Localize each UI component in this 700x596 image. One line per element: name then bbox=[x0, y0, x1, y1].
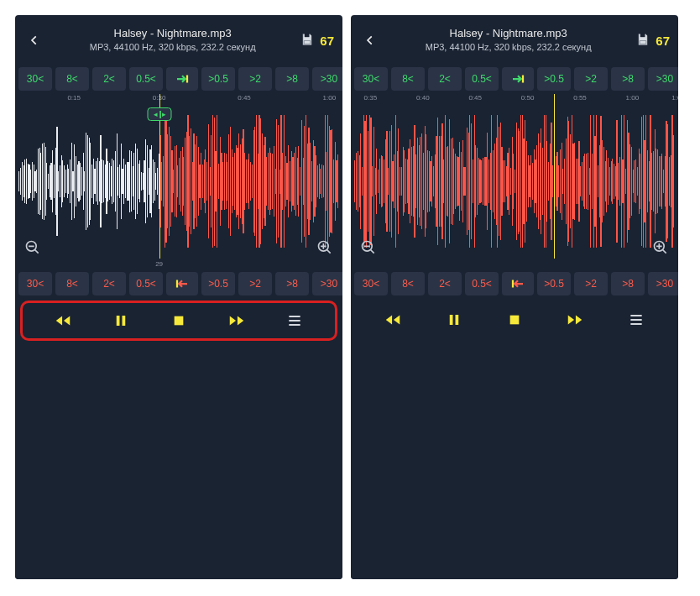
empty-space bbox=[15, 342, 342, 579]
zoom-out-button[interactable] bbox=[358, 237, 379, 259]
title-block: Halsey - Nightmare.mp3 MP3, 44100 Hz, 32… bbox=[381, 27, 635, 53]
transport-bar bbox=[351, 299, 678, 341]
seek-button[interactable]: 0.5< bbox=[129, 272, 163, 295]
back-button[interactable] bbox=[24, 29, 45, 51]
empty-space bbox=[351, 341, 678, 579]
seek-button[interactable]: 2< bbox=[92, 272, 126, 295]
save-area[interactable]: 67 bbox=[635, 32, 670, 50]
time-tick: 1:05 bbox=[671, 94, 678, 102]
file-title: Halsey - Nightmare.mp3 bbox=[381, 27, 635, 41]
seek-button[interactable]: >0.5 bbox=[537, 67, 571, 91]
file-subtitle: MP3, 44100 Hz, 320 kbps, 232.2 секунд bbox=[381, 41, 635, 53]
seek-button[interactable]: 8< bbox=[55, 272, 89, 295]
save-count: 67 bbox=[320, 34, 334, 48]
seek-button[interactable]: 2< bbox=[428, 67, 462, 91]
seek-row-top: 30<8<2<0.5<>0.5>2>8>30 bbox=[15, 65, 342, 94]
seek-button[interactable]: 0.5< bbox=[465, 67, 499, 91]
forward-button[interactable] bbox=[222, 306, 252, 336]
seek-center-start-icon[interactable] bbox=[502, 67, 534, 91]
file-subtitle: MP3, 44100 Hz, 320 kbps, 232.2 секунд bbox=[45, 41, 300, 53]
rewind-button[interactable] bbox=[378, 305, 408, 335]
time-ruler-top: 0:350:400:450:500:551:001:05 bbox=[351, 94, 678, 106]
seek-button[interactable]: 8< bbox=[55, 67, 89, 91]
file-title: Halsey - Nightmare.mp3 bbox=[45, 27, 300, 41]
seek-button[interactable]: 30< bbox=[18, 272, 52, 295]
svg-rect-2 bbox=[117, 316, 120, 326]
svg-rect-9 bbox=[510, 316, 520, 325]
waveform-area[interactable]: 0:350:400:450:500:551:001:05 bbox=[351, 94, 678, 270]
seek-button[interactable]: >2 bbox=[574, 272, 608, 295]
zoom-out-button[interactable] bbox=[22, 237, 44, 259]
transport-bar bbox=[20, 301, 337, 341]
waveform bbox=[351, 106, 678, 257]
seek-button[interactable]: >8 bbox=[275, 67, 309, 91]
header: Halsey - Nightmare.mp3 MP3, 44100 Hz, 32… bbox=[15, 15, 342, 65]
svg-rect-7 bbox=[449, 315, 452, 325]
phone-right: Halsey - Nightmare.mp3 MP3, 44100 Hz, 32… bbox=[351, 15, 678, 579]
playhead-marker-icon[interactable]: ◂|||▸ bbox=[148, 107, 172, 121]
stop-button[interactable] bbox=[499, 305, 530, 335]
phone-left: Halsey - Nightmare.mp3 MP3, 44100 Hz, 32… bbox=[15, 15, 342, 579]
seek-button[interactable]: 30< bbox=[18, 67, 52, 91]
seek-button[interactable]: 0.5< bbox=[129, 67, 163, 91]
time-tick: 1:00 bbox=[323, 94, 337, 102]
seek-button[interactable]: >30 bbox=[312, 272, 342, 295]
seek-button[interactable]: 8< bbox=[391, 67, 425, 91]
seek-button[interactable]: 8< bbox=[391, 272, 425, 295]
seek-center-end-icon[interactable] bbox=[166, 272, 198, 295]
time-tick: 0:45 bbox=[468, 94, 482, 102]
time-tick: 0:55 bbox=[573, 94, 587, 102]
time-ruler-bottom bbox=[351, 260, 678, 270]
seek-button[interactable]: >30 bbox=[648, 67, 678, 91]
seek-button[interactable]: >2 bbox=[238, 67, 272, 91]
seek-center-start-icon[interactable] bbox=[166, 67, 198, 91]
seek-button[interactable]: >0.5 bbox=[201, 272, 235, 295]
seek-button[interactable]: 2< bbox=[428, 272, 462, 295]
time-tick: 0:35 bbox=[364, 94, 378, 102]
svg-rect-4 bbox=[175, 316, 184, 326]
save-count: 67 bbox=[656, 34, 670, 48]
time-ruler-bottom: 29 bbox=[15, 260, 342, 270]
svg-rect-8 bbox=[455, 315, 458, 325]
playhead[interactable] bbox=[554, 94, 555, 259]
time-ruler-top: 0:150:300:451:00 bbox=[15, 94, 342, 106]
seek-button[interactable]: >2 bbox=[238, 272, 272, 295]
title-block: Halsey - Nightmare.mp3 MP3, 44100 Hz, 32… bbox=[45, 27, 300, 53]
seek-button[interactable]: >0.5 bbox=[201, 67, 235, 91]
seek-button[interactable]: 30< bbox=[354, 67, 388, 91]
time-tick: 0:40 bbox=[416, 94, 430, 102]
forward-button[interactable] bbox=[560, 305, 590, 335]
playhead-bottom-tick: 29 bbox=[155, 260, 163, 268]
svg-rect-3 bbox=[123, 316, 126, 326]
playhead[interactable]: ◂|||▸ bbox=[159, 94, 160, 259]
seek-button[interactable]: >8 bbox=[611, 272, 645, 295]
menu-button[interactable] bbox=[621, 305, 651, 335]
time-tick: 1:00 bbox=[626, 94, 640, 102]
seek-button[interactable]: 2< bbox=[92, 67, 126, 91]
waveform-area[interactable]: 0:150:300:451:00 ◂|||▸ 29 bbox=[15, 94, 342, 270]
rewind-button[interactable] bbox=[48, 306, 78, 336]
time-tick: 0:50 bbox=[521, 94, 535, 102]
seek-row-bottom: 30<8<2<0.5<>0.5>2>8>30 bbox=[15, 270, 342, 299]
seek-button[interactable]: 0.5< bbox=[465, 272, 499, 295]
zoom-in-button[interactable] bbox=[650, 237, 671, 259]
seek-button[interactable]: >8 bbox=[611, 67, 645, 91]
seek-row-top: 30<8<2<0.5<>0.5>2>8>30 bbox=[351, 65, 678, 94]
seek-button[interactable]: >8 bbox=[275, 272, 309, 295]
save-area[interactable]: 67 bbox=[300, 32, 334, 50]
save-icon bbox=[635, 32, 650, 50]
seek-button[interactable]: >30 bbox=[312, 67, 342, 91]
seek-button[interactable]: 30< bbox=[354, 272, 388, 295]
seek-center-end-icon[interactable] bbox=[502, 272, 534, 295]
pause-button[interactable] bbox=[106, 306, 136, 336]
seek-row-bottom: 30<8<2<0.5<>0.5>2>8>30 bbox=[351, 270, 678, 299]
zoom-in-button[interactable] bbox=[314, 237, 336, 259]
menu-button[interactable] bbox=[279, 306, 310, 336]
pause-button[interactable] bbox=[439, 305, 469, 335]
stop-button[interactable] bbox=[164, 306, 194, 336]
seek-button[interactable]: >0.5 bbox=[537, 272, 571, 295]
back-button[interactable] bbox=[359, 29, 381, 51]
seek-button[interactable]: >30 bbox=[648, 272, 678, 295]
seek-button[interactable]: >2 bbox=[574, 67, 608, 91]
waveform bbox=[15, 106, 342, 257]
